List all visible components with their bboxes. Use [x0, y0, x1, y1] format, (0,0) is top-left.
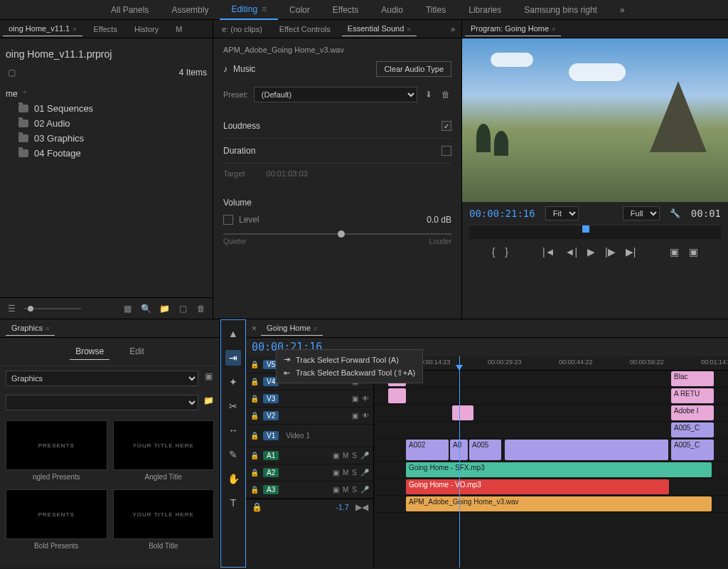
workspace-libraries[interactable]: Libraries [457, 1, 513, 19]
workspace-editing[interactable]: Editing≡ [220, 0, 278, 20]
clip-v1e[interactable]: A005_C [671, 440, 714, 460]
template-angled-presents[interactable]: PRESENTS ngled Presents [6, 420, 107, 484]
tab-project[interactable]: oing Home_v11.1≡ [3, 21, 82, 36]
resolution-select[interactable]: Full [623, 206, 660, 220]
add-folder-icon[interactable]: 📁 [203, 395, 214, 406]
tool-flyout-menu[interactable]: ⇥Track Select Forward Tool (A) ⇤Track Se… [276, 349, 423, 383]
go-to-out-icon[interactable]: ▶| [626, 246, 636, 257]
subtab-edit[interactable]: Edit [124, 344, 150, 360]
workspace-custom[interactable]: Samsung bins right [513, 1, 609, 19]
clip-v2[interactable]: A005_C [671, 422, 714, 437]
track-v2[interactable]: 🔒V2▣👁 [246, 408, 373, 425]
toggle-output-icon[interactable]: ▣ [352, 395, 358, 403]
clip-v4a[interactable] [388, 388, 406, 403]
duration-section[interactable]: Duration [223, 146, 255, 156]
program-monitor[interactable] [462, 38, 728, 202]
duration-checkbox[interactable] [441, 146, 451, 156]
step-back-icon[interactable]: ◄| [565, 246, 578, 257]
tab-effect-controls[interactable]: Effect Controls [274, 22, 336, 36]
clip-v4b[interactable]: A RETU [671, 388, 714, 403]
zoom-fit-select[interactable]: Fit [545, 206, 579, 220]
selection-tool[interactable]: ▲ [225, 326, 241, 341]
track-select-forward[interactable]: ⇥Track Select Forward Tool (A) [277, 353, 422, 366]
graphics-subfilter-select[interactable] [6, 395, 198, 410]
lift-icon[interactable]: ▣ [670, 246, 679, 257]
clip-a1[interactable]: Going Home - SFX.mp3 [406, 462, 712, 477]
mark-out-icon[interactable]: } [505, 246, 508, 257]
preset-select[interactable]: (Default) [254, 87, 417, 102]
bin-audio[interactable]: 02 Audio [6, 116, 207, 131]
tab-sequence[interactable]: Going Home≡ [261, 321, 323, 336]
trash-icon[interactable]: 🗑 [196, 303, 207, 314]
new-item-icon[interactable]: ▢ [177, 303, 188, 314]
extract-icon[interactable]: ▣ [689, 246, 698, 257]
level-checkbox[interactable] [223, 215, 233, 225]
lock-icon[interactable]: 🔒 [250, 432, 259, 440]
toggle-output-icon[interactable]: ▣ [352, 412, 358, 420]
timeline-content[interactable]: 00:00:14:23 00:00:29:23 00:00:44:22 00:0… [374, 356, 728, 568]
bin-root[interactable]: me ⌃ [6, 87, 207, 101]
freeform-view-icon[interactable]: ▦ [122, 303, 133, 314]
clip-a3[interactable]: APM_Adobe_Going Home_v3.wav [406, 496, 712, 511]
tab-essential-graphics[interactable]: Graphics≡ [6, 321, 55, 336]
track-a2[interactable]: 🔒A2▣MS🎤 [246, 464, 373, 482]
eye-icon[interactable]: 👁 [362, 412, 369, 420]
workspace-titles[interactable]: Titles [414, 1, 457, 19]
preset-save-icon[interactable]: ⬇ [423, 89, 434, 100]
tab-program[interactable]: Program: Going Home≡ [465, 21, 561, 36]
play-icon[interactable]: ▶ [587, 246, 595, 257]
mic-icon[interactable]: 🎤 [360, 452, 369, 459]
clip-v1d[interactable] [505, 440, 668, 460]
timeline-zoom-value[interactable]: -1.7 [336, 503, 349, 511]
track-v1[interactable]: 🔒V1Video 1 [246, 425, 373, 447]
template-bold-title[interactable]: YOUR TITLE HERE Bold Title [113, 489, 215, 553]
workspace-effects[interactable]: Effects [321, 1, 370, 19]
thumbnail-size-slider[interactable] [24, 308, 81, 309]
template-angled-title[interactable]: YOUR TITLE HERE Angled Title [113, 420, 215, 484]
mark-in-icon[interactable]: { [492, 246, 496, 257]
workspace-overflow-icon[interactable]: » [609, 1, 636, 19]
track-a3[interactable]: 🔒A3▣MS🎤 [246, 482, 373, 499]
graphics-filter-select[interactable]: Graphics [6, 371, 198, 386]
track-select-backward[interactable]: ⇤Track Select Backward Tool (⇧+A) [277, 366, 422, 380]
ripple-edit-tool[interactable]: ✦ [225, 374, 241, 390]
sync-folder-icon[interactable]: ▣ [203, 371, 214, 382]
type-tool[interactable]: T [225, 495, 241, 511]
track-select-tool[interactable]: ⇥ [225, 350, 241, 366]
list-view-icon[interactable]: ☰ [6, 303, 17, 314]
template-bold-presents[interactable]: PRESENTS Bold Presents [6, 489, 107, 553]
program-scrubber[interactable] [469, 225, 721, 239]
razor-tool[interactable]: ✂ [225, 398, 241, 414]
lock-icon[interactable]: 🔒 [250, 378, 259, 385]
tab-essential-sound[interactable]: Essential Sound≡ [342, 21, 417, 36]
lock-icon[interactable]: 🔒 [250, 486, 259, 494]
lock-icon[interactable]: 🔒 [250, 452, 259, 459]
tab-history[interactable]: History [129, 22, 164, 36]
collapse-icon[interactable]: ⌃ [22, 90, 28, 97]
clip-v3b[interactable]: Adobe I [671, 405, 714, 420]
step-forward-icon[interactable]: |▶ [605, 246, 616, 257]
clear-audio-type-button[interactable]: Clear Audio Type [376, 61, 451, 77]
workspace-color[interactable]: Color [278, 1, 321, 19]
clip-v1c[interactable]: A005 [469, 440, 501, 460]
clip-v5b[interactable]: Blac [671, 371, 714, 386]
tab-source[interactable]: e: (no clips) [216, 22, 268, 36]
volume-slider[interactable] [223, 233, 451, 235]
pen-tool[interactable]: ✎ [225, 447, 241, 462]
workspace-assembly[interactable]: Assembly [160, 1, 220, 19]
mic-icon[interactable]: 🎤 [360, 486, 369, 494]
slip-tool[interactable]: ↔ [225, 422, 241, 438]
go-to-in-icon[interactable]: |◄ [542, 246, 555, 257]
bin-sequences[interactable]: 01 Sequences [6, 101, 207, 116]
search-icon[interactable]: 🔍 [140, 303, 151, 314]
clip-v1a[interactable]: A002 [406, 440, 449, 460]
tab-effects[interactable]: Effects [88, 22, 123, 36]
subtab-browse[interactable]: Browse [70, 344, 109, 360]
tab-overflow-icon[interactable]: » [447, 23, 459, 35]
loudness-section[interactable]: Loudness [223, 121, 260, 131]
workspace-audio[interactable]: Audio [370, 1, 414, 19]
eye-icon[interactable]: 👁 [362, 395, 369, 403]
lock-icon[interactable]: 🔒 [250, 469, 259, 477]
new-bin-icon[interactable]: 📁 [159, 303, 170, 314]
hand-tool[interactable]: ✋ [225, 471, 241, 486]
